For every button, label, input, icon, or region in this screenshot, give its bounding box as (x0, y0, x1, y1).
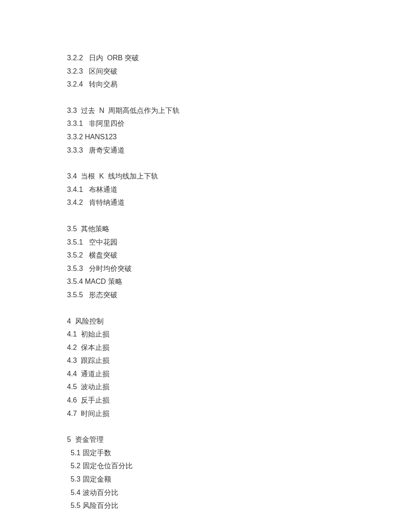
toc-entry: 5.5 风险百分比 (67, 499, 344, 512)
toc-entry: 3.2.3 区间突破 (67, 65, 344, 78)
toc-entry: 3.5 其他策略 (67, 222, 344, 236)
toc-entry: 3.3 过去 N 周期高低点作为上下轨 (67, 104, 344, 117)
toc-entry: 4.5 波动止损 (67, 380, 344, 394)
toc-entry: 4.6 反手止损 (67, 394, 344, 407)
toc-entry: 3.5.5 形态突破 (67, 288, 344, 302)
toc-entry: 5.1 固定手数 (67, 446, 344, 460)
toc-group-5: 5 资金管理 5.1 固定手数 5.2 固定仓位百分比 5.3 固定金额 5.4… (67, 433, 344, 512)
toc-entry: 3.4 当根 K 线均线加上下轨 (67, 170, 344, 183)
toc-group-4: 4 风险控制 4.1 初始止损 4.2 保本止损 4.3 跟踪止损 4.4 通道… (67, 315, 344, 420)
document-page: 3.2.2 日内 ORB 突破 3.2.3 区间突破 3.2.4 转向交易 3.… (0, 0, 411, 512)
toc-entry: 5 资金管理 (67, 433, 344, 446)
toc-entry: 3.3.2 HANS123 (67, 130, 344, 144)
toc-group-3-4: 3.4 当根 K 线均线加上下轨 3.4.1 布林通道 3.4.2 肯特纳通道 (67, 170, 344, 209)
toc-entry: 3.5.1 空中花园 (67, 236, 344, 249)
toc-entry: 4.7 时间止损 (67, 407, 344, 420)
toc-entry: 3.5.4 MACD 策略 (67, 275, 344, 288)
toc-group-3-5: 3.5 其他策略 3.5.1 空中花园 3.5.2 横盘突破 3.5.3 分时均… (67, 222, 344, 302)
toc-entry: 4.4 通道止损 (67, 367, 344, 381)
toc-group-3-2: 3.2.2 日内 ORB 突破 3.2.3 区间突破 3.2.4 转向交易 (67, 51, 344, 91)
toc-entry: 3.4.2 肯特纳通道 (67, 196, 344, 209)
toc-entry: 5.2 固定仓位百分比 (67, 459, 344, 473)
toc-entry: 4.2 保本止损 (67, 341, 344, 354)
toc-entry: 3.2.4 转向交易 (67, 78, 344, 91)
toc-entry: 5.4 波动百分比 (67, 486, 344, 499)
toc-entry: 3.5.2 横盘突破 (67, 249, 344, 262)
toc-entry: 3.4.1 布林通道 (67, 183, 344, 196)
toc-entry: 4.3 跟踪止损 (67, 354, 344, 367)
toc-entry: 4 风险控制 (67, 315, 344, 328)
toc-entry: 3.5.3 分时均价突破 (67, 262, 344, 275)
toc-entry: 4.1 初始止损 (67, 328, 344, 341)
toc-entry: 3.3.1 非阿里四价 (67, 117, 344, 130)
toc-entry: 3.2.2 日内 ORB 突破 (67, 51, 344, 65)
toc-group-3-3: 3.3 过去 N 周期高低点作为上下轨 3.3.1 非阿里四价 3.3.2 HA… (67, 104, 344, 157)
toc-entry: 3.3.3 唐奇安通道 (67, 144, 344, 157)
toc-entry: 5.3 固定金额 (67, 473, 344, 486)
